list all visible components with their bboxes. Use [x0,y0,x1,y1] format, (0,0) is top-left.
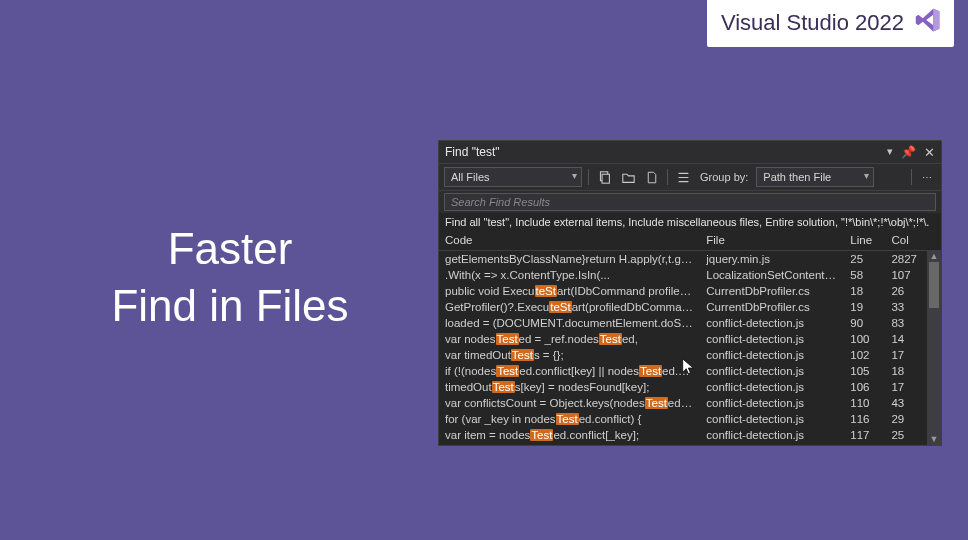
panel-title-text: Find "test" [445,145,881,159]
cell-file: CurrentDbProfiler.cs [700,299,844,315]
cell-col: 17 [885,379,926,395]
results-summary: Find all "test", Include external items,… [439,213,941,230]
cell-line: 25 [844,250,885,267]
vertical-scrollbar[interactable]: ▲ ▼ [927,250,941,445]
cell-code: getElementsByClassName}return H.apply(r,… [439,250,700,267]
toolbar-separator [911,169,912,185]
scroll-down-icon[interactable]: ▼ [927,433,941,445]
cell-line: 117 [844,427,885,443]
filter-dropdown-label: All Files [451,171,490,183]
column-header-line[interactable]: Line [844,230,885,250]
results-table: Code File Line Col getElementsByClassNam… [439,230,941,443]
table-row[interactable]: getElementsByClassName}return H.apply(r,… [439,250,941,267]
cell-col: 25 [885,427,926,443]
toolbar-separator [667,169,668,185]
column-header-code[interactable]: Code [439,230,700,250]
cell-col: 33 [885,299,926,315]
search-row [439,191,941,213]
cell-line: 19 [844,299,885,315]
copy-icon[interactable] [595,168,613,186]
group-by-dropdown[interactable]: Path then File [756,167,874,187]
table-row[interactable]: var nodesTested = _ref.nodesTested,confl… [439,331,941,347]
cell-col: 26 [885,283,926,299]
cell-file: conflict-detection.js [700,363,844,379]
cell-file: conflict-detection.js [700,379,844,395]
cell-code: timedOutTests[key] = nodesFound[key]; [439,379,700,395]
cell-file: LocalizationSetContentPic... [700,267,844,283]
table-row[interactable]: loaded = (DOCUMENT.documentElement.doScr… [439,315,941,331]
scroll-thumb[interactable] [929,262,939,308]
file-icon[interactable] [643,168,661,186]
table-row[interactable]: public void ExecuteStart(IDbCommand prof… [439,283,941,299]
cell-col: 14 [885,331,926,347]
window-dropdown-icon[interactable]: ▾ [887,146,893,159]
cell-code: public void ExecuteStart(IDbCommand prof… [439,283,700,299]
toolbar-separator [588,169,589,185]
table-row[interactable]: for (var _key in nodesTested.conflict) {… [439,411,941,427]
brand-chip: Visual Studio 2022 [707,0,954,47]
cell-col: 18 [885,363,926,379]
cell-line: 58 [844,267,885,283]
cell-file: conflict-detection.js [700,347,844,363]
cell-file: conflict-detection.js [700,395,844,411]
slide-headline: Faster Find in Files [50,220,410,334]
cell-code: if (!(nodesTested.conflict[key] || nodes… [439,363,700,379]
search-input[interactable] [444,193,936,211]
cell-line: 100 [844,331,885,347]
cell-code: loaded = (DOCUMENT.documentElement.doScr… [439,315,700,331]
filter-dropdown[interactable]: All Files [444,167,582,187]
cell-line: 106 [844,379,885,395]
cell-line: 90 [844,315,885,331]
cell-line: 102 [844,347,885,363]
panel-toolbar: All Files Group by: Path then File ⋯ [439,163,941,191]
table-header-row: Code File Line Col [439,230,941,250]
cell-line: 110 [844,395,885,411]
cell-file: conflict-detection.js [700,427,844,443]
cell-col: 2827 [885,250,926,267]
scroll-up-icon[interactable]: ▲ [927,250,941,262]
column-header-file[interactable]: File [700,230,844,250]
cell-col: 107 [885,267,926,283]
headline-line2: Find in Files [50,277,410,334]
cell-line: 116 [844,411,885,427]
headline-line1: Faster [50,220,410,277]
cell-line: 18 [844,283,885,299]
table-row[interactable]: if (!(nodesTested.conflict[key] || nodes… [439,363,941,379]
table-row[interactable]: GetProfiler()?.ExecuteStart(profiledDbCo… [439,299,941,315]
pin-icon[interactable]: 📌 [901,146,916,159]
table-row[interactable]: .With(x => x.ContentType.IsIn(...Localiz… [439,267,941,283]
brand-label: Visual Studio 2022 [721,10,904,36]
cell-col: 43 [885,395,926,411]
cell-file: CurrentDbProfiler.cs [700,283,844,299]
results-table-container: Code File Line Col getElementsByClassNam… [439,230,941,445]
column-header-col[interactable]: Col [885,230,926,250]
cell-line: 105 [844,363,885,379]
table-row[interactable]: timedOutTests[key] = nodesFound[key];con… [439,379,941,395]
cell-code: var timedOutTests = {}; [439,347,700,363]
close-icon[interactable]: ✕ [924,146,935,159]
cell-code: .With(x => x.ContentType.IsIn(... [439,267,700,283]
table-row[interactable]: var conflictsCount = Object.keys(nodesTe… [439,395,941,411]
cell-code: var item = nodesTested.conflict[_key]; [439,427,700,443]
cell-file: conflict-detection.js [700,315,844,331]
cell-code: var nodesTested = _ref.nodesTested, [439,331,700,347]
svg-rect-1 [602,174,609,183]
cell-col: 29 [885,411,926,427]
panel-titlebar: Find "test" ▾ 📌 ✕ [439,141,941,163]
cell-col: 17 [885,347,926,363]
find-results-panel: Find "test" ▾ 📌 ✕ All Files Group by: Pa… [438,140,942,446]
cell-code: GetProfiler()?.ExecuteStart(profiledDbCo… [439,299,700,315]
overflow-icon[interactable]: ⋯ [918,168,936,186]
cell-col: 83 [885,315,926,331]
group-by-label: Group by: [698,171,750,183]
cell-code: var conflictsCount = Object.keys(nodesTe… [439,395,700,411]
table-row[interactable]: var item = nodesTested.conflict[_key];co… [439,427,941,443]
group-by-value: Path then File [763,171,831,183]
cell-file: jquery.min.js [700,250,844,267]
cell-file: conflict-detection.js [700,411,844,427]
list-icon[interactable] [674,168,692,186]
cell-file: conflict-detection.js [700,331,844,347]
table-row[interactable]: var timedOutTests = {};conflict-detectio… [439,347,941,363]
cell-code: for (var _key in nodesTested.conflict) { [439,411,700,427]
open-folder-icon[interactable] [619,168,637,186]
